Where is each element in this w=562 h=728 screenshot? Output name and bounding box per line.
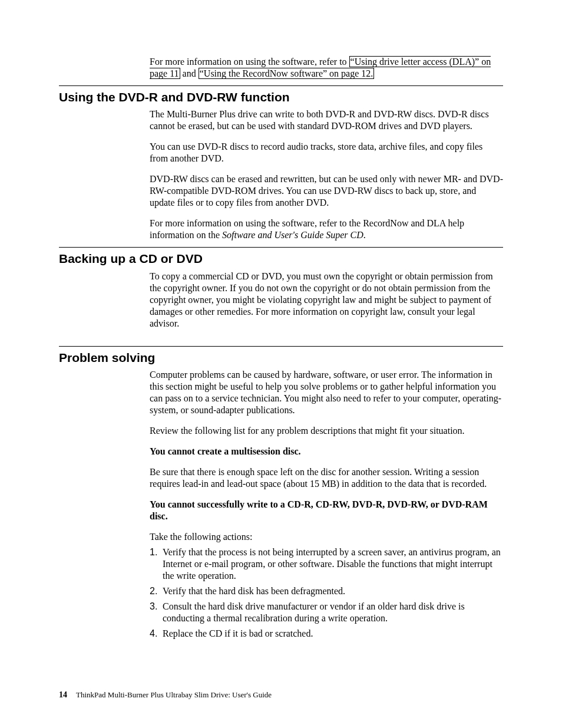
list-item: 2. Verify that the hard disk has been de… bbox=[150, 585, 503, 597]
intro-text-before: For more information on using the softwa… bbox=[150, 57, 349, 67]
problem-heading: You cannot successfully write to a CD-R,… bbox=[150, 499, 503, 522]
list-text: Verify that the hard disk has been defra… bbox=[163, 585, 503, 597]
doc-title-ref: Software and User's Guide Super CD bbox=[222, 230, 363, 240]
xref-recordnow[interactable]: “Using the RecordNow software” on page 1… bbox=[199, 68, 375, 79]
section-rule bbox=[59, 247, 503, 248]
footer-doc-title: ThinkPad Multi-Burner Plus Ultrabay Slim… bbox=[76, 690, 272, 699]
section-rule bbox=[59, 346, 503, 347]
page-footer: 14 ThinkPad Multi-Burner Plus Ultrabay S… bbox=[59, 690, 272, 700]
list-number: 2. bbox=[150, 585, 163, 597]
list-text: Replace the CD if it is bad or scratched… bbox=[163, 628, 503, 640]
problem-heading: You cannot create a multisession disc. bbox=[150, 446, 503, 457]
page-number: 14 bbox=[59, 690, 67, 699]
page-content: For more information on using the softwa… bbox=[0, 0, 562, 667]
list-number: 3. bbox=[150, 601, 163, 624]
body-text: You can use DVD-R discs to record audio … bbox=[150, 141, 503, 164]
body-text: DVD-RW discs can be erased and rewritten… bbox=[150, 173, 503, 209]
intro-text-mid: and bbox=[180, 68, 199, 78]
action-list: 1. Verify that the process is not being … bbox=[150, 546, 503, 640]
list-item: 4. Replace the CD if it is bad or scratc… bbox=[150, 628, 503, 640]
heading-dvd-function: Using the DVD-R and DVD-RW function bbox=[59, 90, 503, 105]
intro-paragraph: For more information on using the softwa… bbox=[150, 56, 503, 80]
body-text: Take the following actions: bbox=[150, 531, 503, 543]
section-rule bbox=[59, 85, 503, 86]
body-text: For more information on using the softwa… bbox=[150, 218, 503, 241]
body-text: Be sure that there is enough space left … bbox=[150, 466, 503, 490]
heading-problem-solving: Problem solving bbox=[59, 350, 503, 365]
list-item: 3. Consult the hard disk drive manufactu… bbox=[150, 601, 503, 624]
list-text: Consult the hard disk drive manufacturer… bbox=[163, 601, 503, 624]
list-text: Verify that the process is not being int… bbox=[163, 546, 503, 582]
list-number: 4. bbox=[150, 628, 163, 640]
body-text: To copy a commercial CD or DVD, you must… bbox=[150, 271, 503, 330]
list-number: 1. bbox=[150, 546, 163, 582]
spacer bbox=[59, 333, 503, 340]
body-text-span: . bbox=[363, 230, 366, 240]
body-text: Review the following list for any proble… bbox=[150, 425, 503, 437]
list-item: 1. Verify that the process is not being … bbox=[150, 546, 503, 582]
body-text: Computer problems can be caused by hardw… bbox=[150, 369, 503, 416]
heading-backing-up: Backing up a CD or DVD bbox=[59, 251, 503, 266]
body-text: The Multi-Burner Plus drive can write to… bbox=[150, 108, 503, 132]
